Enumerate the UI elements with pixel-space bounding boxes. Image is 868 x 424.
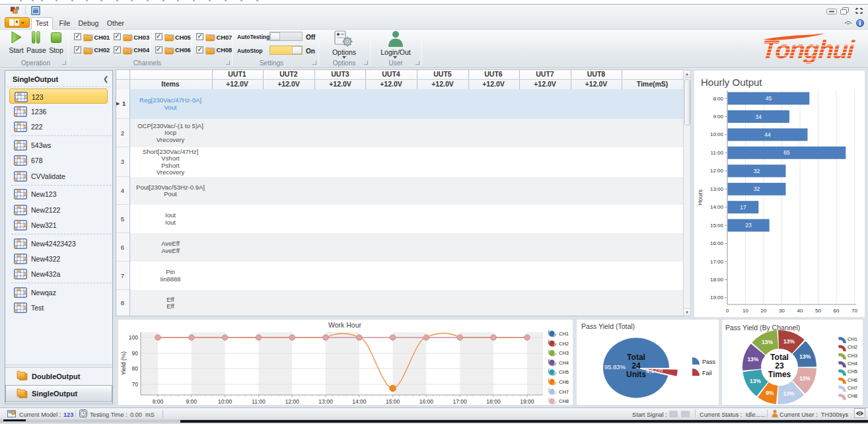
svg-text:CH4: CH4 — [559, 360, 569, 366]
svg-text:95.83%: 95.83% — [604, 363, 626, 371]
svg-text:80: 80 — [132, 365, 139, 372]
svg-text:CH6: CH6 — [559, 379, 569, 385]
svg-text:14:00: 14:00 — [710, 204, 724, 210]
svg-text:CH6: CH6 — [848, 377, 857, 383]
svg-text:19:00: 19:00 — [520, 398, 534, 405]
svg-text:11:00: 11:00 — [711, 150, 724, 156]
svg-text:CH7: CH7 — [559, 389, 569, 395]
svg-text:Pass Yield (By Channel): Pass Yield (By Channel) — [725, 324, 800, 332]
svg-text:10:00: 10:00 — [218, 398, 233, 405]
svg-text:Units: Units — [626, 370, 646, 379]
svg-text:Pass Yield (Total): Pass Yield (Total) — [581, 322, 635, 330]
svg-text:Times: Times — [768, 370, 791, 379]
svg-text:20: 20 — [761, 308, 767, 314]
svg-text:13%: 13% — [783, 338, 795, 345]
svg-text:16:00: 16:00 — [710, 240, 724, 246]
svg-text:Total: Total — [627, 353, 645, 362]
svg-text:13%: 13% — [799, 353, 811, 360]
svg-text:11:00: 11:00 — [252, 398, 266, 405]
svg-text:19:00: 19:00 — [710, 295, 724, 300]
svg-text:24: 24 — [632, 361, 641, 371]
svg-text:Tonghui: Tonghui — [762, 36, 856, 63]
svg-text:CH3: CH3 — [848, 353, 857, 359]
svg-text:CH2: CH2 — [848, 344, 857, 350]
svg-text:17:00: 17:00 — [710, 259, 724, 265]
svg-text:23: 23 — [775, 361, 784, 371]
svg-text:9:00: 9:00 — [713, 114, 723, 120]
svg-text:CH1: CH1 — [848, 336, 857, 342]
svg-text:32: 32 — [754, 186, 760, 192]
svg-text:CH8: CH8 — [559, 398, 569, 404]
svg-text:8:00: 8:00 — [153, 398, 164, 405]
svg-text:Total: Total — [770, 353, 789, 362]
svg-text:10:00: 10:00 — [710, 131, 724, 137]
svg-text:12:00: 12:00 — [710, 168, 724, 174]
svg-text:13%: 13% — [747, 356, 758, 363]
svg-text:12:00: 12:00 — [285, 398, 300, 405]
svg-text:90: 90 — [132, 350, 139, 357]
svg-text:13%: 13% — [799, 375, 811, 382]
svg-text:CH3: CH3 — [559, 350, 569, 356]
svg-text:CH8: CH8 — [848, 393, 857, 399]
svg-text:CH5: CH5 — [848, 369, 857, 374]
svg-text:30: 30 — [779, 308, 785, 314]
svg-text:15:00: 15:00 — [710, 223, 724, 229]
svg-text:18:00: 18:00 — [486, 398, 501, 405]
svg-text:CH2: CH2 — [559, 341, 569, 347]
svg-text:17: 17 — [740, 204, 746, 211]
svg-text:44: 44 — [764, 131, 771, 138]
svg-text:17:00: 17:00 — [453, 398, 468, 405]
svg-text:CH5: CH5 — [559, 369, 569, 375]
svg-text:60: 60 — [834, 308, 840, 314]
svg-text:32: 32 — [754, 168, 760, 174]
svg-text:100: 100 — [129, 334, 138, 341]
svg-text:CH7: CH7 — [848, 385, 857, 391]
svg-text:13%: 13% — [750, 378, 761, 384]
svg-text:16:00: 16:00 — [419, 398, 434, 405]
svg-text:Hours: Hours — [697, 190, 704, 206]
svg-text:50: 50 — [815, 308, 821, 314]
svg-text:13:00: 13:00 — [710, 186, 724, 192]
svg-text:23: 23 — [745, 222, 752, 229]
svg-text:10: 10 — [742, 308, 748, 314]
svg-text:Work Hour: Work Hour — [328, 321, 361, 329]
svg-text:40: 40 — [797, 308, 803, 314]
svg-text:9%: 9% — [766, 390, 774, 396]
svg-text:15:00: 15:00 — [386, 398, 400, 405]
svg-text:18:00: 18:00 — [710, 277, 724, 283]
svg-text:Yield (%): Yield (%) — [120, 351, 127, 375]
svg-text:13:00: 13:00 — [318, 398, 333, 405]
svg-text:45: 45 — [766, 95, 772, 102]
svg-text:CH4: CH4 — [848, 361, 857, 367]
svg-text:CH1: CH1 — [559, 331, 569, 337]
svg-text:13%: 13% — [762, 339, 773, 345]
svg-text:Hourly Output: Hourly Output — [701, 77, 762, 88]
svg-text:9:00: 9:00 — [186, 398, 198, 405]
svg-text:13%: 13% — [783, 390, 794, 397]
svg-text:8:00: 8:00 — [713, 96, 723, 102]
svg-text:0: 0 — [726, 308, 729, 314]
svg-text:70: 70 — [132, 381, 139, 388]
svg-text:70: 70 — [851, 308, 857, 314]
svg-text:Fail: Fail — [702, 370, 712, 376]
svg-text:65: 65 — [783, 149, 790, 156]
svg-text:Pass: Pass — [702, 359, 716, 365]
svg-text:34: 34 — [755, 114, 762, 120]
svg-text:14:00: 14:00 — [352, 398, 367, 405]
